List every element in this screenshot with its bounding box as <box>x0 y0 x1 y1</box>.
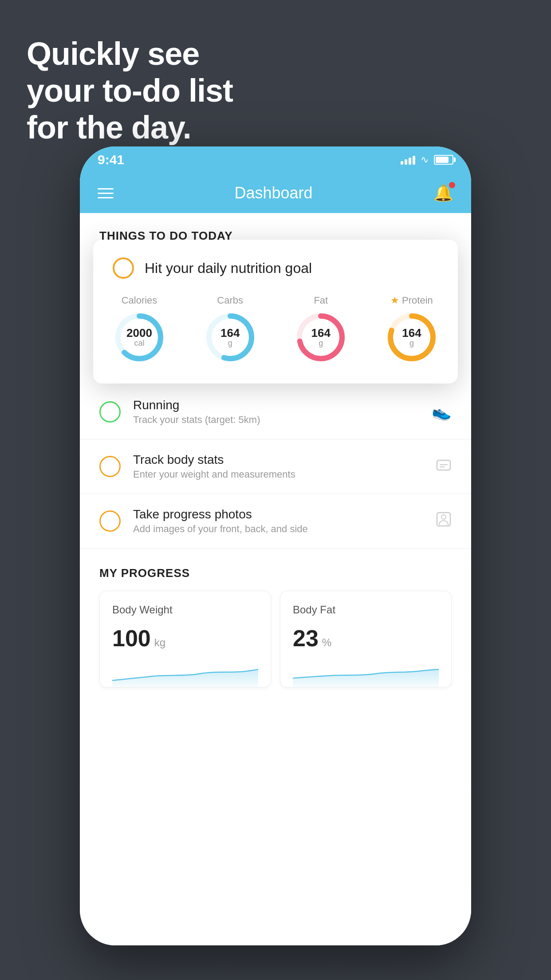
body-weight-value-row: 100 kg <box>112 625 258 652</box>
person-icon <box>436 511 452 531</box>
body-fat-value-row: 23 % <box>293 625 439 652</box>
nutrition-card-title: Hit your daily nutrition goal <box>145 260 312 277</box>
wifi-icon: ∿ <box>421 154 429 166</box>
status-time: 9:41 <box>98 152 124 167</box>
notification-button[interactable]: 🔔 <box>433 184 453 202</box>
nutrition-card[interactable]: Hit your daily nutrition goal Calories 2… <box>93 240 458 383</box>
body-stats-title: Track body stats <box>133 453 423 467</box>
protein-value: 164 <box>402 327 421 339</box>
photos-title: Take progress photos <box>133 507 423 522</box>
body-fat-number: 23 <box>293 625 319 652</box>
body-stats-text: Track body stats Enter your weight and m… <box>133 453 423 480</box>
nutrition-protein[interactable]: ★ Protein 164 g <box>385 295 438 364</box>
calories-unit: cal <box>126 339 152 348</box>
todo-item-running[interactable]: Running Track your stats (target: 5km) 👟 <box>80 385 471 439</box>
carbs-donut: 164 g <box>204 311 257 364</box>
todo-item-photos[interactable]: Take progress photos Add images of your … <box>80 494 471 549</box>
body-weight-chart <box>112 660 258 687</box>
phone-frame: 9:41 ∿ Dashboard 🔔 THI <box>80 146 471 945</box>
svg-point-10 <box>441 515 446 519</box>
body-weight-number: 100 <box>112 625 151 652</box>
nutrition-calories[interactable]: Calories 2000 cal <box>113 295 166 364</box>
nav-bar: Dashboard 🔔 <box>80 173 471 213</box>
photos-subtitle: Add images of your front, back, and side <box>133 523 423 535</box>
body-weight-card[interactable]: Body Weight 100 kg <box>99 591 271 688</box>
running-check-circle[interactable] <box>99 401 121 423</box>
background-headline: Quickly see your to-do list for the day. <box>27 36 233 146</box>
nutrition-check-circle[interactable] <box>113 257 134 279</box>
card-title-row: Hit your daily nutrition goal <box>113 257 438 279</box>
protein-donut: 164 g <box>385 311 438 364</box>
running-title: Running <box>133 398 419 412</box>
nav-title: Dashboard <box>234 184 312 202</box>
carbs-label: Carbs <box>217 295 243 306</box>
nutrition-carbs[interactable]: Carbs 164 g <box>204 295 257 364</box>
progress-cards: Body Weight 100 kg <box>99 591 452 688</box>
body-fat-card[interactable]: Body Fat 23 % <box>280 591 452 688</box>
fat-donut: 164 g <box>294 311 347 364</box>
shoe-icon: 👟 <box>432 403 452 421</box>
protein-label: ★ Protein <box>390 295 433 306</box>
fat-unit: g <box>311 339 331 348</box>
running-text: Running Track your stats (target: 5km) <box>133 398 419 426</box>
protein-unit: g <box>402 339 421 348</box>
body-fat-unit: % <box>322 636 331 649</box>
battery-icon <box>434 155 453 165</box>
menu-button[interactable] <box>98 188 114 198</box>
body-weight-title: Body Weight <box>112 604 258 616</box>
body-fat-title: Body Fat <box>293 604 439 616</box>
fat-label: Fat <box>314 295 328 306</box>
app-content: THINGS TO DO TODAY Hit your daily nutrit… <box>80 213 471 945</box>
carbs-unit: g <box>220 339 240 348</box>
running-subtitle: Track your stats (target: 5km) <box>133 414 419 426</box>
body-weight-unit: kg <box>154 636 165 649</box>
notification-badge <box>449 182 455 188</box>
body-stats-check-circle[interactable] <box>99 456 121 477</box>
carbs-value: 164 <box>220 327 240 339</box>
calories-value: 2000 <box>126 327 152 339</box>
status-bar: 9:41 ∿ <box>80 146 471 173</box>
progress-header: MY PROGRESS <box>99 566 452 580</box>
fat-value: 164 <box>311 327 331 339</box>
status-icons: ∿ <box>401 154 453 166</box>
scale-icon <box>436 457 452 477</box>
todo-item-body-stats[interactable]: Track body stats Enter your weight and m… <box>80 439 471 494</box>
photos-text: Take progress photos Add images of your … <box>133 507 423 535</box>
calories-label: Calories <box>122 295 157 306</box>
progress-section: MY PROGRESS Body Weight 100 kg <box>80 566 471 688</box>
body-fat-chart <box>293 660 439 687</box>
todo-list: Running Track your stats (target: 5km) 👟… <box>80 385 471 549</box>
photos-check-circle[interactable] <box>99 510 121 532</box>
nutrition-circles: Calories 2000 cal Carbs <box>113 295 438 364</box>
star-icon: ★ <box>390 295 399 306</box>
body-stats-subtitle: Enter your weight and measurements <box>133 469 423 480</box>
calories-donut: 2000 cal <box>113 311 166 364</box>
signal-icon <box>401 155 415 165</box>
nutrition-fat[interactable]: Fat 164 g <box>294 295 347 364</box>
